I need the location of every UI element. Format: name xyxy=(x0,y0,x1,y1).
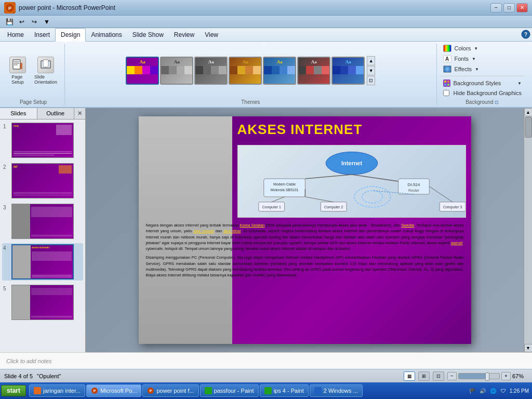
fonts-button[interactable]: A Fonts ▼ xyxy=(441,54,478,63)
page-setup-label: PageSetup xyxy=(11,74,24,85)
slides-panel: Slides Outline ✕ 1 PDK xyxy=(0,108,86,352)
sys-icon-speaker[interactable]: 🔊 xyxy=(478,387,487,395)
window-title: power point - Microsoft PowerPoint xyxy=(19,4,115,11)
page-setup-button[interactable]: PageSetup xyxy=(6,55,29,87)
slide-num-5: 5 xyxy=(3,285,9,291)
themes-scroll-up[interactable]: ▲ xyxy=(367,56,375,65)
qa-undo-button[interactable]: ↩ xyxy=(17,17,27,27)
background-styles-button[interactable]: Background Styles ▼ xyxy=(441,78,524,88)
taskbar-item-5[interactable]: 2 Windows ... xyxy=(310,384,363,397)
svg-text:P: P xyxy=(150,389,152,393)
taskbar-item-0[interactable]: jaringan inter... xyxy=(29,384,85,397)
svg-point-30 xyxy=(354,187,390,207)
colors-icon xyxy=(443,45,451,52)
theme-swatch-3[interactable]: Aa xyxy=(194,57,228,85)
svg-text:P: P xyxy=(8,6,11,11)
slide-thumb-3[interactable]: 3 xyxy=(2,203,83,240)
slide-info: Slide 4 of 5 xyxy=(4,373,33,379)
menu-animations[interactable]: Animations xyxy=(86,28,127,41)
zoom-thumb[interactable] xyxy=(485,373,489,381)
zoom-slider[interactable] xyxy=(458,373,500,379)
close-button[interactable]: ✕ xyxy=(516,3,528,12)
effects-icon xyxy=(443,65,451,73)
zoom-in-button[interactable]: + xyxy=(501,372,511,380)
colors-button[interactable]: Colors ▼ xyxy=(441,44,481,53)
slide-num-4: 4 xyxy=(3,244,9,251)
theme-swatch-6[interactable]: Aa xyxy=(297,57,330,85)
svg-line-35 xyxy=(271,197,284,202)
start-label: start xyxy=(7,387,20,394)
title-bar: P power point - Microsoft PowerPoint − □… xyxy=(0,0,532,16)
view-sorter-button[interactable]: ⊞ xyxy=(418,371,430,381)
effects-button[interactable]: Effects ▼ xyxy=(441,64,481,74)
theme-swatch-4[interactable]: Aa xyxy=(229,57,262,85)
fonts-icon: A xyxy=(443,55,451,62)
svg-rect-15 xyxy=(447,84,449,86)
taskbar-icon-3 xyxy=(205,387,212,394)
svg-line-33 xyxy=(352,175,398,181)
tab-slides[interactable]: Slides xyxy=(0,108,37,119)
hide-background-button[interactable]: Hide Background Graphics xyxy=(441,89,524,97)
scroll-down-button[interactable]: ▼ xyxy=(524,344,533,352)
slide-num-1: 1 xyxy=(3,123,9,129)
theme-name: "Opulent" xyxy=(37,373,61,379)
restore-button[interactable]: □ xyxy=(503,3,515,12)
taskbar-item-3[interactable]: passfour - Paint xyxy=(200,384,259,397)
slides-panel-close[interactable]: ✕ xyxy=(74,108,85,119)
hide-bg-checkbox[interactable] xyxy=(443,90,449,96)
system-time: 1:26 PM xyxy=(510,388,529,394)
theme-swatch-5[interactable]: Aa xyxy=(263,57,296,85)
themes-scroll-down[interactable]: ▼ xyxy=(367,66,375,75)
bg-divider xyxy=(441,76,524,76)
qa-redo-button[interactable]: ↪ xyxy=(29,17,39,27)
theme-swatch-opulent[interactable]: Aa xyxy=(126,57,159,85)
scroll-thumb[interactable] xyxy=(525,117,532,138)
menu-home[interactable]: Home xyxy=(2,28,29,41)
qa-save-button[interactable]: 💾 xyxy=(4,17,15,27)
effects-label: Effects xyxy=(455,66,472,72)
slide-thumb-2[interactable]: 2 INT xyxy=(2,162,83,200)
theme-swatch-7[interactable]: Aa xyxy=(331,57,365,85)
slide-thumb-1[interactable]: 1 PDK xyxy=(2,122,83,159)
slide-thumb-4[interactable]: 4 AKSES INTERNET xyxy=(2,243,83,281)
taskbar-item-1[interactable]: P Microsoft Po... xyxy=(86,384,141,397)
sys-icon-security[interactable]: 🛡 xyxy=(499,387,508,395)
svg-text:Computer 2: Computer 2 xyxy=(324,205,342,209)
slide-thumbnail-3 xyxy=(11,204,74,239)
menu-insert[interactable]: Insert xyxy=(29,28,55,41)
minimize-button[interactable]: − xyxy=(490,3,502,12)
svg-rect-13 xyxy=(447,81,449,83)
taskbar-label-0: jaringan inter... xyxy=(43,388,81,394)
taskbar-label-4: ips 4 - Paint xyxy=(274,388,304,394)
qa-more-button[interactable]: ▼ xyxy=(42,17,52,27)
ribbon-group-page-setup: PageSetup SlideOrientation Page Setup xyxy=(4,44,65,105)
taskbar-icon-1: P xyxy=(91,387,98,394)
hide-bg-label: Hide Background Graphics xyxy=(454,90,522,96)
taskbar-item-4[interactable]: ips 4 - Paint xyxy=(260,384,309,397)
theme-swatch-2[interactable]: Aa xyxy=(160,57,193,85)
scroll-up-button[interactable]: ▲ xyxy=(524,108,533,116)
help-button[interactable]: ? xyxy=(520,28,532,41)
themes-more[interactable]: ⊡ xyxy=(367,76,375,85)
sys-icon-network[interactable]: 🌐 xyxy=(489,387,497,395)
menu-view[interactable]: View xyxy=(200,28,223,41)
start-button[interactable]: start xyxy=(1,385,26,396)
svg-rect-10 xyxy=(43,60,48,67)
ribbon-group-background: Colors ▼ A Fonts ▼ Effects ▼ xyxy=(439,44,528,105)
notes-bar[interactable]: Click to add notes xyxy=(0,352,532,369)
slide-orientation-button[interactable]: SlideOrientation xyxy=(31,55,60,87)
menu-review[interactable]: Review xyxy=(169,28,200,41)
svg-rect-6 xyxy=(14,63,19,64)
slide-orientation-label: SlideOrientation xyxy=(34,74,57,85)
quick-access-toolbar: 💾 ↩ ↪ ▼ xyxy=(0,16,532,28)
taskbar-item-2[interactable]: P power point f... xyxy=(142,384,198,397)
menu-slideshow[interactable]: Slide Show xyxy=(127,28,169,41)
menu-design[interactable]: Design xyxy=(55,28,86,42)
background-dialog-launcher[interactable]: ⊡ xyxy=(495,100,499,105)
zoom-out-button[interactable]: − xyxy=(447,372,457,380)
view-reading-button[interactable]: ⊡ xyxy=(433,371,444,381)
taskbar-icon-0 xyxy=(34,387,41,394)
tab-outline[interactable]: Outline xyxy=(37,108,75,119)
slide-thumb-5[interactable]: 5 xyxy=(2,284,83,321)
view-normal-button[interactable]: ▦ xyxy=(404,371,415,381)
